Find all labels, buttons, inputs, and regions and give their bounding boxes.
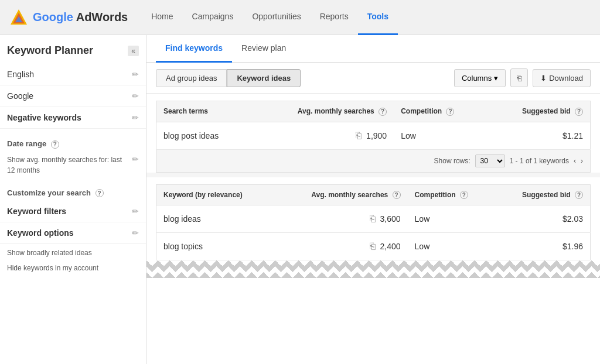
- logo: Google AdWords: [9, 8, 128, 27]
- sidebar-title: Keyword Planner: [7, 44, 93, 57]
- pagination-prev-icon[interactable]: ‹: [574, 157, 576, 165]
- pagination-next-icon[interactable]: ›: [581, 157, 583, 165]
- sidebar-keyword-filters[interactable]: Keyword filters ✏: [0, 201, 146, 222]
- sidebar-keyword-options[interactable]: Keyword options ✏: [0, 222, 146, 244]
- main-layout: Keyword Planner « English ✏ Google ✏ Neg…: [0, 35, 600, 364]
- search-terms-section: Search terms Avg. monthly searches ? Com…: [146, 94, 600, 173]
- search-terms-table: Search terms Avg. monthly searches ? Com…: [156, 101, 591, 150]
- sidebar-customize-section: Customize your search ? Keyword filters …: [0, 180, 146, 279]
- search-term-competition-0: Low: [394, 122, 487, 149]
- toolbar-right: Columns ▾ ⎗ ⬇ Download: [454, 68, 591, 87]
- tab-btn-keyword-ideas[interactable]: Keyword ideas: [227, 69, 301, 87]
- search-term-bid-0: $1.21: [487, 122, 591, 149]
- columns-dropdown-icon: ▾: [494, 74, 498, 83]
- tab-find-keywords[interactable]: Find keywords: [156, 35, 232, 63]
- nav-tools[interactable]: Tools: [358, 0, 398, 35]
- sidebar-targeting: English ✏ Google ✏ Negative keywords ✏: [0, 64, 146, 129]
- keyword-options-option-2: Hide keywords in my account: [0, 263, 146, 278]
- keyword-trend-icon-0[interactable]: ⎗: [370, 214, 376, 224]
- view-tab-group: Ad group ideas Keyword ideas: [156, 69, 301, 87]
- col-avg-monthly-searches: Avg. monthly searches ?: [252, 101, 394, 122]
- competition-help-icon[interactable]: ?: [446, 108, 454, 116]
- edit-keyword-options-icon[interactable]: ✏: [132, 228, 139, 238]
- adwords-logo-icon: [9, 8, 28, 27]
- col-keyword-competition: Competition ?: [408, 184, 495, 205]
- sidebar: Keyword Planner « English ✏ Google ✏ Neg…: [0, 35, 146, 364]
- nav-reports[interactable]: Reports: [311, 0, 358, 35]
- nav-opportunities[interactable]: Opportunities: [243, 0, 310, 35]
- edit-google-icon[interactable]: ✏: [132, 91, 139, 101]
- keyword-monthly-0: ⎗ 3,600: [275, 205, 407, 233]
- keyword-filters-label: Keyword filters: [7, 207, 66, 216]
- keyword-name-0: blog ideas: [156, 205, 276, 233]
- download-label: Download: [549, 74, 583, 83]
- suggested-bid-help-icon[interactable]: ?: [575, 108, 583, 116]
- content-toolbar: Ad group ideas Keyword ideas Columns ▾ ⎗…: [146, 63, 600, 94]
- nav-home[interactable]: Home: [142, 0, 182, 35]
- pagination-summary: 1 - 1 of 1 keywords: [510, 157, 569, 165]
- show-rows-select[interactable]: 30 50 100: [475, 154, 505, 167]
- columns-button[interactable]: Columns ▾: [454, 69, 506, 87]
- keyword-bid-1: $1.96: [494, 233, 590, 260]
- date-range-description: Show avg. monthly searches for: last 12 …: [7, 154, 127, 176]
- keyword-bid-0: $2.03: [494, 205, 590, 233]
- section-divider: [146, 173, 600, 177]
- sidebar-item-google[interactable]: Google ✏: [0, 85, 146, 107]
- logo-google: Google: [33, 11, 76, 23]
- col-keyword-avg-monthly: Avg. monthly searches ?: [275, 184, 407, 205]
- keyword-trend-icon-1[interactable]: ⎗: [370, 241, 376, 251]
- keyword-competition-help[interactable]: ?: [460, 191, 468, 199]
- sidebar-item-negative-keywords[interactable]: Negative keywords ✏: [0, 107, 146, 129]
- sidebar-date-range-section: Date range ? Show avg. monthly searches …: [0, 131, 146, 178]
- col-keyword-relevance: Keyword (by relevance): [156, 184, 276, 205]
- tab-review-plan[interactable]: Review plan: [232, 35, 295, 63]
- customize-help-icon[interactable]: ?: [96, 189, 104, 197]
- search-term-row-0: blog post ideas ⎗ 1,900 Low $1.21: [156, 122, 591, 149]
- trend-chart-icon-0[interactable]: ⎗: [356, 131, 362, 140]
- main-tabs: Find keywords Review plan: [146, 35, 600, 63]
- keyword-competition-0: Low: [408, 205, 495, 233]
- columns-label: Columns: [462, 74, 492, 83]
- edit-negative-keywords-icon[interactable]: ✏: [132, 113, 139, 122]
- sidebar-item-google-label: Google: [7, 91, 33, 101]
- download-icon: ⬇: [540, 74, 547, 83]
- col-suggested-bid: Suggested bid ?: [487, 101, 591, 122]
- edit-date-range-icon[interactable]: ✏: [132, 154, 139, 164]
- sidebar-item-negative-keywords-label: Negative keywords: [7, 113, 81, 122]
- show-rows-bar: Show rows: 30 50 100 1 - 1 of 1 keywords…: [156, 150, 591, 173]
- keyword-row-1: blog topics ⎗ 2,400 Low $1.96: [156, 233, 591, 260]
- show-rows-label: Show rows:: [434, 157, 471, 165]
- download-button[interactable]: ⬇ Download: [533, 69, 591, 87]
- tab-btn-ad-group-ideas[interactable]: Ad group ideas: [156, 69, 227, 87]
- logo-text: Google AdWords: [33, 11, 128, 24]
- nav-links: Home Campaigns Opportunities Reports Too…: [142, 0, 591, 35]
- search-term-monthly-0: 1,900: [366, 131, 387, 140]
- chart-icon: ⎗: [517, 73, 521, 83]
- keyword-competition-1: Low: [408, 233, 495, 260]
- edit-keyword-filters-icon[interactable]: ✏: [132, 207, 139, 216]
- keyword-avg-monthly-help[interactable]: ?: [393, 191, 401, 199]
- chart-toggle-button[interactable]: ⎗: [510, 68, 528, 87]
- torn-bottom-edge: [146, 260, 600, 278]
- keyword-options-option-1: Show broadly related ideas: [0, 244, 146, 263]
- date-range-label: Date range ?: [0, 131, 146, 152]
- keyword-ideas-section: Keyword (by relevance) Avg. monthly sear…: [146, 177, 600, 261]
- avg-monthly-help-icon[interactable]: ?: [379, 108, 387, 116]
- nav-campaigns[interactable]: Campaigns: [183, 0, 243, 35]
- col-competition: Competition ?: [394, 101, 487, 122]
- keyword-options-label: Keyword options: [7, 228, 74, 238]
- torn-paper-svg: [146, 260, 600, 278]
- keyword-monthly-1: ⎗ 2,400: [275, 233, 407, 260]
- date-range-help-icon[interactable]: ?: [51, 140, 59, 149]
- sidebar-header: Keyword Planner «: [0, 35, 146, 61]
- sidebar-item-english[interactable]: English ✏: [0, 64, 146, 85]
- keyword-suggested-bid-help[interactable]: ?: [575, 191, 583, 199]
- search-term-chart-0: ⎗ 1,900: [252, 122, 394, 149]
- keyword-name-1: blog topics: [156, 233, 276, 260]
- col-search-terms: Search terms: [156, 101, 252, 122]
- customize-label: Customize your search ?: [0, 180, 146, 201]
- search-term-name-0: blog post ideas: [156, 122, 252, 149]
- edit-english-icon[interactable]: ✏: [132, 70, 139, 79]
- col-keyword-suggested-bid: Suggested bid ?: [494, 184, 590, 205]
- sidebar-collapse-button[interactable]: «: [128, 46, 139, 56]
